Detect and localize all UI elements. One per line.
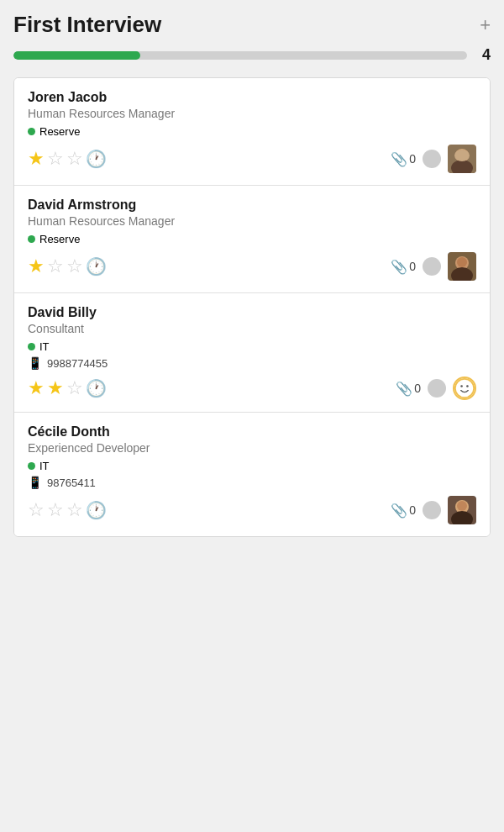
progress-bar-background bbox=[13, 51, 467, 60]
smiley-avatar[interactable] bbox=[453, 377, 476, 400]
svg-point-10 bbox=[466, 385, 469, 387]
star-1[interactable]: ☆ bbox=[28, 499, 45, 521]
star-3[interactable]: ☆ bbox=[66, 499, 83, 521]
attachment-info[interactable]: 📎 0 bbox=[391, 151, 416, 167]
add-button[interactable]: + bbox=[480, 16, 491, 34]
phone-number: 98765411 bbox=[47, 477, 96, 489]
star-2[interactable]: ★ bbox=[47, 377, 64, 399]
candidate-tag: Reserve bbox=[28, 125, 476, 138]
candidate-card-cecile[interactable]: Cécile Donth Experienced Developer IT 📱 … bbox=[14, 413, 490, 536]
clock-icon-active[interactable]: 🕐 bbox=[86, 378, 107, 398]
candidate-card-joren[interactable]: Joren Jacob Human Resources Manager Rese… bbox=[14, 78, 490, 186]
avatar[interactable] bbox=[448, 496, 476, 524]
candidate-name: David Armstrong bbox=[28, 197, 476, 213]
phone-icon: 📱 bbox=[28, 356, 42, 370]
candidate-tag: IT bbox=[28, 340, 476, 353]
toggle-button[interactable] bbox=[428, 379, 446, 398]
status-dot bbox=[28, 462, 35, 470]
tag-label: IT bbox=[39, 460, 50, 472]
candidate-role: Experienced Developer bbox=[28, 441, 476, 455]
star-1[interactable]: ★ bbox=[28, 377, 45, 399]
header: First Interview + bbox=[13, 12, 491, 38]
candidate-phone: 📱 98765411 bbox=[28, 476, 476, 489]
toggle-button[interactable] bbox=[423, 257, 441, 276]
star-2[interactable]: ☆ bbox=[47, 499, 64, 521]
paperclip-icon: 📎 bbox=[391, 151, 407, 167]
candidate-tag: Reserve bbox=[28, 233, 476, 245]
card-bottom: ★ ☆ ☆ 🕐 📎 0 bbox=[28, 145, 476, 173]
svg-point-3 bbox=[457, 150, 467, 160]
clock-icon[interactable]: 🕐 bbox=[86, 500, 107, 520]
progress-count: 4 bbox=[475, 46, 491, 64]
progress-bar-fill bbox=[13, 51, 140, 60]
smiley-icon bbox=[454, 377, 475, 400]
candidate-role: Human Resources Manager bbox=[28, 107, 476, 120]
avatar-image bbox=[448, 252, 476, 281]
star-2[interactable]: ☆ bbox=[47, 148, 64, 170]
card-bottom: ☆ ☆ ☆ 🕐 📎 0 bbox=[28, 496, 476, 524]
main-container: First Interview + 4 Joren Jacob Human Re… bbox=[0, 0, 504, 549]
paperclip-icon: 📎 bbox=[396, 381, 412, 397]
card-bottom: ★ ★ ☆ 🕐 📎 0 bbox=[28, 377, 476, 400]
card-actions: 📎 0 bbox=[391, 252, 476, 281]
candidate-card-david-a[interactable]: David Armstrong Human Resources Manager … bbox=[14, 186, 490, 293]
phone-number: 9988774455 bbox=[47, 357, 108, 370]
avatar-image bbox=[448, 145, 476, 173]
toggle-button[interactable] bbox=[423, 501, 441, 519]
progress-row: 4 bbox=[13, 46, 491, 64]
status-dot bbox=[28, 235, 35, 243]
candidate-name: Joren Jacob bbox=[28, 90, 476, 105]
star-rating[interactable]: ★ ☆ ☆ 🕐 bbox=[28, 255, 107, 277]
candidates-list: Joren Jacob Human Resources Manager Rese… bbox=[13, 77, 491, 537]
candidate-tag: IT bbox=[28, 460, 476, 472]
attachment-count: 0 bbox=[409, 152, 416, 166]
star-rating[interactable]: ★ ☆ ☆ 🕐 bbox=[28, 148, 107, 170]
star-3[interactable]: ☆ bbox=[66, 255, 83, 277]
svg-point-8 bbox=[455, 379, 474, 398]
clock-icon[interactable]: 🕐 bbox=[86, 256, 107, 276]
card-actions: 📎 0 bbox=[396, 377, 476, 400]
card-actions: 📎 0 bbox=[391, 145, 476, 173]
svg-point-9 bbox=[460, 385, 463, 387]
avatar-image bbox=[448, 496, 476, 524]
candidate-name: David Billy bbox=[28, 305, 476, 320]
paperclip-icon: 📎 bbox=[391, 259, 407, 275]
avatar[interactable] bbox=[448, 252, 476, 281]
candidate-phone: 📱 9988774455 bbox=[28, 356, 476, 370]
attachment-info[interactable]: 📎 0 bbox=[391, 259, 416, 275]
star-2[interactable]: ☆ bbox=[47, 255, 64, 277]
clock-icon[interactable]: 🕐 bbox=[86, 149, 107, 169]
star-3[interactable]: ☆ bbox=[66, 377, 83, 399]
attachment-info[interactable]: 📎 0 bbox=[391, 503, 416, 519]
star-rating[interactable]: ★ ★ ☆ 🕐 bbox=[28, 377, 107, 399]
attachment-count: 0 bbox=[414, 382, 421, 395]
candidate-role: Consultant bbox=[28, 322, 476, 335]
star-rating[interactable]: ☆ ☆ ☆ 🕐 bbox=[28, 499, 107, 521]
star-1[interactable]: ★ bbox=[28, 255, 45, 277]
paperclip-icon: 📎 bbox=[391, 503, 407, 519]
attachment-count: 0 bbox=[409, 503, 416, 517]
card-bottom: ★ ☆ ☆ 🕐 📎 0 bbox=[28, 252, 476, 281]
candidate-role: Human Resources Manager bbox=[28, 214, 476, 228]
card-actions: 📎 0 bbox=[391, 496, 476, 524]
status-dot bbox=[28, 128, 35, 135]
attachment-info[interactable]: 📎 0 bbox=[396, 381, 421, 397]
star-1[interactable]: ★ bbox=[28, 148, 45, 170]
tag-label: IT bbox=[39, 340, 50, 353]
svg-point-1 bbox=[455, 149, 469, 162]
page-title: First Interview bbox=[13, 12, 161, 38]
svg-point-7 bbox=[457, 257, 467, 267]
candidate-card-david-b[interactable]: David Billy Consultant IT 📱 9988774455 ★… bbox=[14, 293, 490, 413]
candidate-name: Cécile Donth bbox=[28, 424, 476, 440]
status-dot bbox=[28, 343, 35, 350]
tag-label: Reserve bbox=[39, 125, 80, 138]
star-3[interactable]: ☆ bbox=[66, 148, 83, 170]
attachment-count: 0 bbox=[409, 260, 416, 273]
svg-point-14 bbox=[457, 501, 467, 511]
toggle-button[interactable] bbox=[423, 150, 441, 168]
avatar[interactable] bbox=[448, 145, 476, 173]
tag-label: Reserve bbox=[39, 233, 80, 245]
phone-icon: 📱 bbox=[28, 476, 42, 489]
